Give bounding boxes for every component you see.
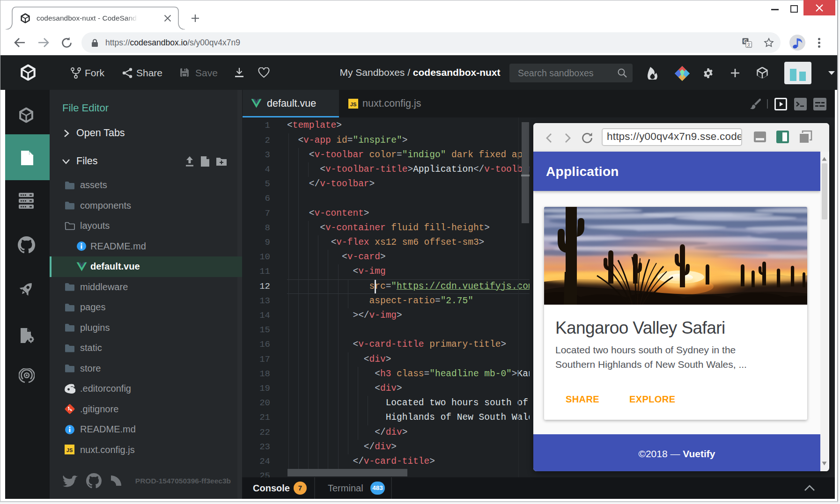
svg-text:JS: JS bbox=[350, 102, 356, 107]
svg-text:JS: JS bbox=[66, 447, 73, 453]
svg-text:文: 文 bbox=[746, 42, 751, 47]
